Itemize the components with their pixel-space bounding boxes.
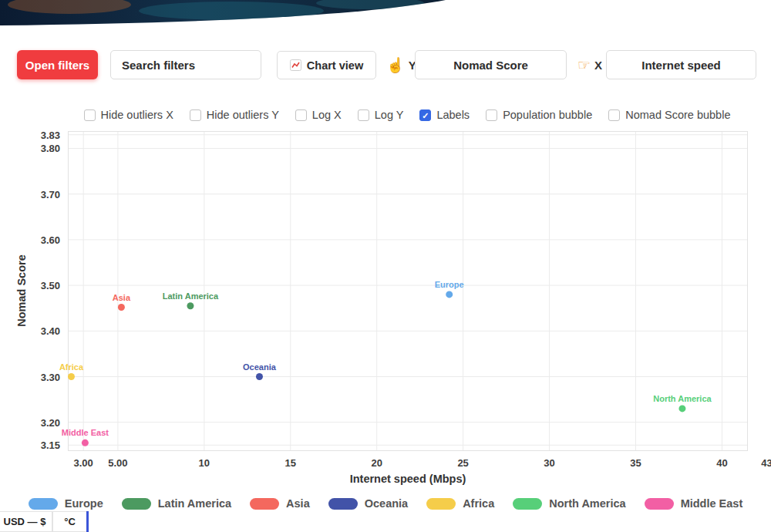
search-filters-input[interactable]	[110, 50, 261, 79]
checkbox-label: Log X	[312, 109, 342, 121]
checkbox-label: Hide outliers X	[101, 109, 173, 121]
option-labels[interactable]: Labels	[419, 109, 470, 121]
y-tick-label: 3.80	[0, 143, 60, 154]
checkbox[interactable]	[486, 109, 497, 121]
chart-legend: EuropeLatin AmericaAsiaOceaniaAfricaNort…	[0, 496, 771, 511]
y-tick-label: 3.50	[0, 280, 60, 291]
temperature-select[interactable]: °C	[52, 511, 87, 532]
data-point-label: Africa	[59, 362, 84, 372]
checkbox-label: Population bubble	[503, 109, 592, 121]
legend-label: Africa	[463, 497, 494, 510]
legend-item-europe[interactable]: Europe	[29, 497, 103, 510]
data-point-north-america[interactable]	[678, 405, 685, 412]
option-log-y[interactable]: Log Y	[358, 109, 404, 121]
data-point-label: Middle East	[62, 428, 109, 437]
checkbox-label: Hide outliers Y	[207, 109, 279, 121]
checkbox[interactable]	[84, 109, 96, 121]
currency-select[interactable]: USD — $	[0, 511, 52, 532]
checkbox-label: Labels	[436, 109, 470, 121]
data-point-label: Europe	[435, 280, 464, 289]
open-filters-button[interactable]: Open filters	[17, 50, 98, 79]
chart-view-button[interactable]: Chart view	[277, 51, 376, 79]
x-tick-label: 5.00	[108, 457, 127, 469]
chart-options-row: Hide outliers XHide outliers YLog XLog Y…	[43, 107, 771, 123]
option-hide-outliers-y[interactable]: Hide outliers Y	[190, 109, 279, 121]
option-hide-outliers-x[interactable]: Hide outliers X	[84, 109, 173, 121]
x-axis-tag: ☞ X	[577, 50, 602, 79]
plot-area[interactable]: EuropeLatin AmericaAsiaOceaniaAfricaNort…	[68, 131, 748, 451]
checkbox[interactable]	[358, 109, 369, 121]
y-tick-label: 3.40	[0, 325, 60, 337]
data-point-label: North America	[653, 394, 712, 403]
data-point-label: Asia	[113, 293, 131, 302]
chart-icon	[290, 59, 301, 71]
x-axis-letter: X	[594, 59, 602, 72]
x-tick-label: 20	[371, 457, 382, 469]
legend-item-middle-east[interactable]: Middle East	[645, 497, 743, 510]
legend-label: Asia	[286, 497, 310, 510]
checkbox[interactable]	[295, 109, 307, 121]
legend-item-north-america[interactable]: North America	[513, 497, 625, 510]
legend-item-africa[interactable]: Africa	[426, 497, 494, 510]
y-tick-label: 3.15	[0, 439, 60, 451]
y-tick-label: 3.20	[0, 416, 60, 428]
y-axis-select[interactable]: Nomad Score	[415, 50, 567, 79]
x-tick-label: 43.00	[761, 457, 771, 469]
header-photo-graphic	[0, 0, 771, 26]
legend-item-oceania[interactable]: Oceania	[328, 497, 408, 510]
checkbox[interactable]	[608, 109, 620, 121]
data-point-label: Oceania	[243, 362, 277, 372]
data-point-middle-east[interactable]	[82, 439, 89, 446]
checkbox[interactable]	[419, 109, 431, 121]
legend-swatch	[513, 498, 542, 510]
legend-label: Latin America	[158, 497, 231, 510]
data-point-oceania[interactable]	[256, 373, 263, 380]
x-tick-label: 40	[716, 457, 727, 469]
data-point-europe[interactable]	[446, 291, 453, 298]
legend-swatch	[426, 498, 456, 510]
data-point-africa[interactable]	[68, 373, 75, 380]
x-tick-label: 25	[457, 457, 468, 469]
legend-swatch	[328, 498, 358, 510]
y-axis-tag: ☝ Y	[386, 50, 416, 79]
chart-canvas: EuropeLatin AmericaAsiaOceaniaAfricaNort…	[68, 131, 748, 451]
point-right-icon: ☞	[577, 58, 591, 72]
legend-item-asia[interactable]: Asia	[250, 497, 310, 510]
legend-swatch	[250, 498, 279, 510]
checkbox[interactable]	[190, 109, 201, 121]
legend-item-latin-america[interactable]: Latin America	[122, 497, 231, 510]
legend-swatch	[645, 498, 674, 510]
option-nomad-score-bubble[interactable]: Nomad Score bubble	[608, 109, 730, 121]
option-population-bubble[interactable]: Population bubble	[486, 109, 592, 121]
legend-label: North America	[549, 497, 625, 510]
data-point-label: Latin America	[163, 291, 219, 301]
checkbox-label: Log Y	[375, 109, 404, 121]
data-point-asia[interactable]	[118, 304, 125, 311]
legend-swatch	[29, 498, 58, 510]
option-log-x[interactable]: Log X	[295, 109, 342, 121]
x-axis-select[interactable]: Internet speed	[606, 50, 756, 79]
scatter-chart: Nomad Score Internet speed (Mbps) Europe…	[0, 131, 771, 490]
y-tick-label: 3.60	[0, 234, 60, 245]
nomadlist-chart-page: Open filters Chart view ☝ Y Nomad Score …	[0, 0, 771, 532]
y-tick-label: 3.30	[0, 371, 60, 382]
x-tick-label: 10	[199, 457, 210, 469]
x-axis-title: Internet speed (Mbps)	[350, 473, 466, 485]
x-tick-label: 35	[630, 457, 641, 469]
header-photo	[0, 0, 771, 26]
x-tick-label: 15	[285, 457, 296, 469]
legend-label: Middle East	[681, 497, 743, 510]
x-tick-label: 3.00	[73, 457, 93, 469]
y-tick-label: 3.70	[0, 188, 60, 200]
data-point-latin-america[interactable]	[187, 302, 194, 309]
legend-label: Europe	[65, 497, 103, 510]
chart-view-label: Chart view	[307, 59, 363, 72]
cutoff-widget-edge	[86, 511, 89, 532]
checkbox-label: Nomad Score bubble	[625, 109, 730, 121]
point-up-icon: ☝	[386, 58, 405, 72]
y-tick-label: 3.83	[0, 129, 60, 140]
legend-swatch	[122, 498, 151, 510]
x-tick-label: 30	[544, 457, 554, 469]
legend-label: Oceania	[365, 497, 408, 510]
